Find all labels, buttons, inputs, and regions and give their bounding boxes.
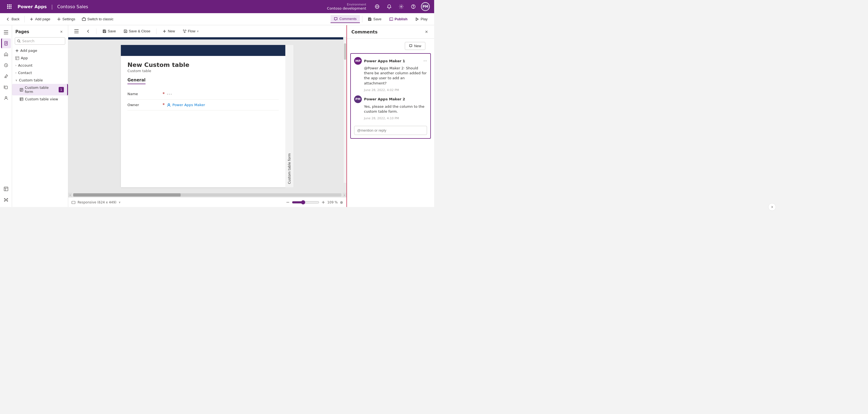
nav-item-contact-label: Contact bbox=[18, 71, 32, 75]
vertical-tab[interactable]: Custom table form bbox=[285, 45, 294, 187]
form-field-name: Name * --- bbox=[127, 89, 279, 99]
zoom-minus-button[interactable]: − bbox=[286, 200, 289, 205]
bottom-bar: Responsive (624 x 449) ∨ − + 109 % ⊕ bbox=[68, 197, 346, 207]
hamburger-icon[interactable] bbox=[1, 27, 11, 37]
comment-2-time: June 28, 2022, 4:10 PM bbox=[364, 117, 399, 120]
pages-icon[interactable] bbox=[1, 38, 11, 48]
scroll-right-button[interactable]: › bbox=[343, 193, 346, 197]
comments-label: Comments bbox=[339, 17, 356, 21]
play-button[interactable]: Play bbox=[412, 16, 431, 23]
pages-header: Pages ✕ bbox=[12, 25, 68, 37]
switch-classic-button[interactable]: Switch to classic bbox=[79, 16, 116, 23]
back-button[interactable]: Back bbox=[3, 16, 22, 23]
form-new-button[interactable]: New bbox=[160, 28, 178, 34]
grid-icon[interactable] bbox=[4, 2, 14, 11]
scroll-left-button[interactable]: ‹ bbox=[68, 193, 72, 197]
top-navigation: Power Apps | Contoso Sales Environment C… bbox=[0, 0, 434, 13]
nav-item-app-label: App bbox=[21, 56, 28, 60]
comment-2-author: Power Apps Maker 2 bbox=[364, 97, 427, 101]
svg-rect-40 bbox=[103, 32, 105, 33]
zoom-slider[interactable] bbox=[292, 200, 319, 205]
toolbar-separator-2 bbox=[362, 16, 362, 23]
comment-thread: MP Power Apps Maker 1 ··· @Power Apps Ma… bbox=[350, 53, 431, 139]
search-box[interactable]: Search bbox=[15, 37, 65, 45]
nav-item-custom-table[interactable]: ∨ Custom table bbox=[12, 77, 68, 84]
responsive-label: Responsive (624 x 449) bbox=[78, 200, 117, 204]
form-flow-button[interactable]: Flow ∨ bbox=[180, 28, 201, 34]
field-name-value[interactable]: --- bbox=[167, 92, 279, 96]
user-avatar[interactable]: PM bbox=[421, 2, 430, 11]
mention-reply-input[interactable] bbox=[354, 126, 427, 135]
help-icon[interactable] bbox=[409, 2, 418, 11]
svg-rect-38 bbox=[74, 31, 79, 32]
account-chevron: › bbox=[16, 64, 17, 67]
form-tab[interactable]: General bbox=[127, 78, 146, 84]
svg-rect-41 bbox=[103, 30, 105, 31]
form-save-button[interactable]: Save bbox=[100, 28, 119, 34]
svg-rect-5 bbox=[10, 6, 11, 7]
play-label: Play bbox=[421, 17, 428, 21]
canvas-scroll[interactable]: New Custom table Custom table General Na… bbox=[68, 37, 346, 193]
field-owner-value[interactable]: Power Apps Maker bbox=[167, 103, 279, 107]
publish-button[interactable]: Publish bbox=[386, 16, 411, 23]
svg-rect-3 bbox=[7, 6, 8, 7]
svg-rect-17 bbox=[369, 19, 371, 20]
zoom-plus-button[interactable]: + bbox=[321, 200, 325, 205]
add-page-button[interactable]: Add page bbox=[27, 16, 53, 23]
form-new-label: New bbox=[168, 29, 175, 33]
pages-title: Pages bbox=[16, 29, 29, 34]
flow-dropdown-icon: ∨ bbox=[197, 30, 199, 33]
copy-icon[interactable] bbox=[1, 82, 11, 92]
svg-rect-34 bbox=[16, 57, 19, 60]
comments-button[interactable]: Comments bbox=[331, 15, 360, 23]
settings-icon[interactable] bbox=[397, 2, 406, 11]
form-field-owner: Owner * Power Apps Maker bbox=[127, 99, 279, 111]
form-card: New Custom table Custom table General Na… bbox=[121, 45, 285, 187]
svg-rect-16 bbox=[82, 18, 86, 21]
comment-1-text: @Power Apps Maker 2· Should there be ano… bbox=[364, 66, 427, 86]
network-icon[interactable] bbox=[1, 195, 11, 205]
comment-2-author-row: PM Power Apps Maker 2 bbox=[354, 95, 427, 103]
pin-icon[interactable] bbox=[1, 71, 11, 81]
comments-close-button[interactable]: ✕ bbox=[423, 29, 430, 35]
nav-item-custom-table-form[interactable]: Custom table form 1 bbox=[12, 84, 68, 95]
add-page-button[interactable]: Add page bbox=[12, 47, 68, 54]
home-icon[interactable] bbox=[1, 49, 11, 59]
target-icon[interactable]: ⊕ bbox=[340, 200, 343, 205]
responsive-dropdown[interactable]: ∨ bbox=[119, 201, 121, 204]
svg-point-33 bbox=[18, 40, 20, 42]
history-icon[interactable] bbox=[1, 60, 11, 70]
svg-rect-27 bbox=[4, 187, 8, 191]
left-icon-bar bbox=[0, 25, 12, 207]
person-icon[interactable] bbox=[1, 93, 11, 103]
nav-item-app[interactable]: App bbox=[12, 54, 68, 62]
settings-label: Settings bbox=[62, 17, 75, 21]
notification-icon[interactable] bbox=[385, 2, 394, 11]
pages-close-button[interactable]: ✕ bbox=[58, 29, 65, 35]
form-back-button[interactable] bbox=[84, 28, 93, 34]
form-header bbox=[121, 45, 285, 56]
new-comment-area: New bbox=[347, 39, 434, 53]
form-toolbar: Save Save & Close New Flow ∨ bbox=[68, 25, 346, 37]
field-owner-label: Owner bbox=[127, 103, 160, 107]
contact-chevron: › bbox=[16, 71, 17, 74]
save-button[interactable]: Save bbox=[365, 16, 385, 23]
comment-1-more-button[interactable]: ··· bbox=[424, 59, 427, 63]
new-comment-button[interactable]: New bbox=[405, 42, 425, 50]
nav-item-account[interactable]: › Account bbox=[12, 62, 68, 69]
nav-item-contact[interactable]: › Contact bbox=[12, 69, 68, 77]
nav-item-custom-table-view[interactable]: Custom table view bbox=[12, 95, 68, 103]
table-icon[interactable] bbox=[1, 184, 11, 194]
nav-item-form-label: Custom table form bbox=[25, 86, 57, 94]
main-layout: Pages ✕ Search Add page App › Account bbox=[0, 25, 434, 207]
comments-header: Comments ✕ bbox=[347, 25, 434, 39]
comment-1-avatar: MP bbox=[354, 57, 362, 65]
svg-rect-37 bbox=[74, 29, 79, 30]
form-save-close-button[interactable]: Save & Close bbox=[121, 28, 153, 34]
environment-icon[interactable] bbox=[373, 2, 381, 11]
form-menu-button[interactable] bbox=[71, 28, 82, 34]
settings-button[interactable]: Settings bbox=[54, 16, 78, 23]
canvas-area: Save Save & Close New Flow ∨ bbox=[68, 25, 346, 207]
svg-marker-19 bbox=[416, 18, 418, 21]
svg-point-28 bbox=[5, 199, 7, 200]
